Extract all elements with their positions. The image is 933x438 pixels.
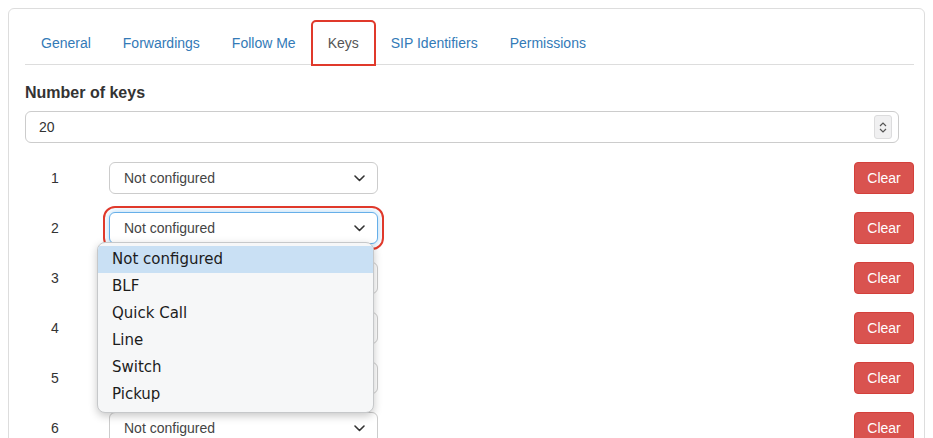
key-row-number: 1 [25, 170, 85, 186]
tab-label: Forwardings [123, 35, 200, 51]
dropdown-option[interactable]: Not configured [98, 246, 373, 273]
key-type-select[interactable]: Not configured [109, 162, 378, 194]
clear-button[interactable]: Clear [854, 362, 914, 394]
clear-button[interactable]: Clear [854, 312, 914, 344]
key-type-dropdown-list: Not configuredBLFQuick CallLineSwitchPic… [97, 242, 374, 413]
chevron-down-icon [354, 225, 365, 232]
clear-button[interactable]: Clear [854, 212, 914, 244]
key-row-number: 2 [25, 220, 85, 236]
number-of-keys-value[interactable]: 20 [39, 119, 874, 135]
key-row-number: 6 [25, 420, 85, 436]
key-row: 2 Not configured Clear [25, 212, 914, 244]
clear-button[interactable]: Clear [854, 262, 914, 294]
tab-label: Keys [328, 35, 359, 51]
number-of-keys-label: Number of keys [25, 84, 914, 102]
chevron-down-icon [354, 175, 365, 182]
key-type-select-value: Not configured [124, 420, 215, 436]
dropdown-option[interactable]: Quick Call [98, 300, 373, 327]
key-type-select[interactable]: Not configured [109, 212, 378, 244]
tab-label: Follow Me [232, 35, 296, 51]
chevron-down-icon [354, 425, 365, 432]
stepper-down-icon[interactable] [879, 128, 887, 133]
tab-sip-identifiers[interactable]: SIP Identifiers [375, 21, 494, 64]
key-type-select-value: Not configured [124, 220, 215, 236]
tab-follow-me[interactable]: Follow Me [216, 21, 312, 64]
clear-button[interactable]: Clear [854, 162, 914, 194]
tab-label: General [41, 35, 91, 51]
dropdown-option[interactable]: Pickup [98, 381, 373, 408]
tab-permissions[interactable]: Permissions [494, 21, 602, 64]
key-row: 6 Not configured Clear [25, 412, 914, 438]
tab-label: SIP Identifiers [391, 35, 478, 51]
tab-keys[interactable]: Keys [312, 21, 375, 65]
key-row-number: 4 [25, 320, 85, 336]
dropdown-option[interactable]: BLF [98, 273, 373, 300]
stepper-up-icon[interactable] [879, 122, 887, 127]
clear-button[interactable]: Clear [854, 412, 914, 438]
tab-label: Permissions [510, 35, 586, 51]
key-type-select-value: Not configured [124, 170, 215, 186]
number-stepper[interactable] [874, 115, 892, 139]
key-row-number: 5 [25, 370, 85, 386]
key-row-number: 3 [25, 270, 85, 286]
key-type-select[interactable]: Not configured [109, 412, 378, 438]
dropdown-option[interactable]: Line [98, 327, 373, 354]
key-row: 1 Not configured Clear [25, 162, 914, 194]
number-of-keys-input[interactable]: 20 [25, 111, 899, 143]
tab-general[interactable]: General [25, 21, 107, 64]
tab-bar: GeneralForwardingsFollow MeKeysSIP Ident… [25, 21, 914, 65]
tab-forwardings[interactable]: Forwardings [107, 21, 216, 64]
dropdown-option[interactable]: Switch [98, 354, 373, 381]
